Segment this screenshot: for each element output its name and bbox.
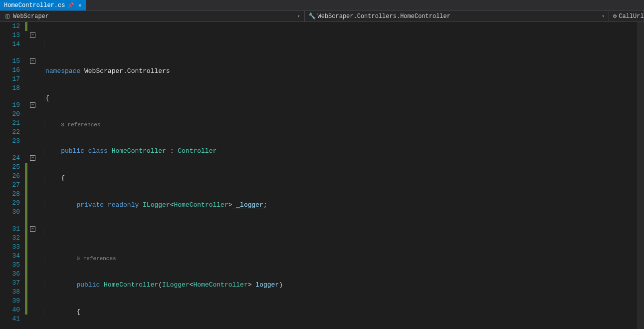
fold-toggle[interactable]: − xyxy=(30,58,35,64)
line-number: 29 xyxy=(0,199,20,208)
line-number: 33 xyxy=(0,243,20,252)
nav-project-segment[interactable]: ◫ WebScraper ▾ xyxy=(0,11,305,21)
nav-member-label: CallUrl(s xyxy=(619,13,644,20)
codelens[interactable]: 3 references xyxy=(44,121,644,129)
line-number xyxy=(0,217,20,225)
line-number: 38 xyxy=(0,288,20,297)
nav-class-label: WebScraper.Controllers.HomeController xyxy=(318,13,450,20)
fold-toggle[interactable]: − xyxy=(30,102,35,108)
line-number: 31 xyxy=(0,225,20,234)
line-number: 32 xyxy=(0,234,20,243)
close-icon[interactable]: ✕ xyxy=(77,2,83,8)
chevron-down-icon: ▾ xyxy=(596,13,605,19)
line-number: 37 xyxy=(0,279,20,288)
line-number: 40 xyxy=(0,306,20,315)
fold-toggle[interactable]: − xyxy=(30,32,35,38)
line-number: 28 xyxy=(0,190,20,199)
code-editor[interactable]: 12 13 14 15 16 17 18 19 20 21 22 23 24 2… xyxy=(0,22,644,329)
line-number: 14 xyxy=(0,40,20,49)
line-number: 36 xyxy=(0,270,20,279)
nav-member-segment[interactable]: ⚙ CallUrl(s xyxy=(609,11,644,21)
code-line[interactable] xyxy=(44,228,644,237)
file-tab-active[interactable]: HomeController.cs 📌 ✕ xyxy=(0,0,86,10)
line-number: 13 xyxy=(0,31,20,40)
file-tab-strip: HomeController.cs 📌 ✕ xyxy=(0,0,644,11)
line-number: 39 xyxy=(0,297,20,306)
line-number: 41 xyxy=(0,315,20,324)
line-number: 19 xyxy=(0,101,20,110)
navigation-bar: ◫ WebScraper ▾ 🔧 WebScraper.Controllers.… xyxy=(0,11,644,22)
line-number: 20 xyxy=(0,110,20,119)
line-number: 23 xyxy=(0,137,20,146)
code-line[interactable]: namespace WebScraper.Controllers xyxy=(44,67,644,76)
method-icon: ⚙ xyxy=(613,13,617,20)
code-content[interactable]: namespace WebScraper.Controllers { 3 ref… xyxy=(44,22,644,329)
nav-project-label: WebScraper xyxy=(13,13,49,20)
line-number xyxy=(0,93,20,101)
class-icon: 🔧 xyxy=(309,13,316,20)
code-line[interactable]: { xyxy=(44,174,644,183)
chevron-down-icon: ▾ xyxy=(291,13,300,19)
code-line[interactable]: { xyxy=(44,94,644,103)
line-number-gutter: 12 13 14 15 16 17 18 19 20 21 22 23 24 2… xyxy=(0,22,25,329)
line-number: 15 xyxy=(0,57,20,66)
line-number: 26 xyxy=(0,172,20,181)
fold-toggle[interactable]: − xyxy=(30,155,35,161)
nav-class-segment[interactable]: 🔧 WebScraper.Controllers.HomeController … xyxy=(305,11,610,21)
line-number: 35 xyxy=(0,261,20,270)
csharp-project-icon: ◫ xyxy=(4,13,11,20)
line-number: 21 xyxy=(0,119,20,128)
line-number: 18 xyxy=(0,84,20,93)
line-number: 30 xyxy=(0,208,20,217)
line-number: 17 xyxy=(0,75,20,84)
pin-icon[interactable]: 📌 xyxy=(68,2,74,8)
code-line[interactable] xyxy=(44,40,644,49)
line-number: 27 xyxy=(0,181,20,190)
code-line[interactable]: public HomeController(ILogger<HomeContro… xyxy=(44,281,644,290)
line-number: 22 xyxy=(0,128,20,137)
code-line[interactable]: public class HomeController : Controller xyxy=(44,147,644,156)
vertical-scrollbar[interactable] xyxy=(637,22,644,329)
fold-toggle[interactable]: − xyxy=(30,226,35,232)
line-number: 24 xyxy=(0,154,20,163)
line-number: 12 xyxy=(0,22,20,31)
code-line[interactable]: { xyxy=(44,308,644,317)
code-line[interactable]: private readonly ILogger<HomeController>… xyxy=(44,201,644,210)
line-number: 34 xyxy=(0,252,20,261)
line-number: 25 xyxy=(0,163,20,172)
line-number: 16 xyxy=(0,66,20,75)
codelens[interactable]: 0 references xyxy=(44,255,644,263)
line-number xyxy=(0,146,20,154)
file-tab-label: HomeController.cs xyxy=(4,2,65,9)
editor-margin: − − − − − xyxy=(25,22,44,329)
line-number xyxy=(0,49,20,57)
